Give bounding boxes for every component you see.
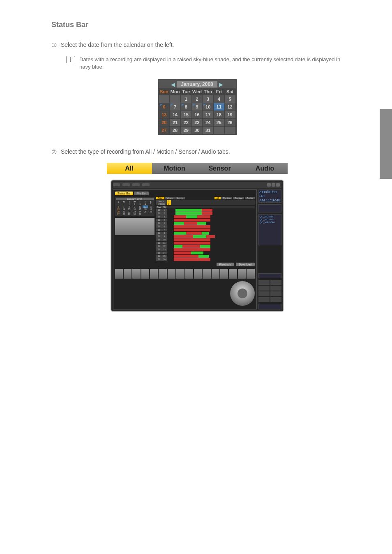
thumb[interactable] [229,269,237,279]
cal-cell[interactable]: 28 [170,127,181,134]
thumb[interactable] [238,269,246,279]
tl-tab-all[interactable]: All [214,197,221,199]
tl-bar[interactable] [167,232,255,235]
tl-tab-video[interactable]: Video [165,197,175,199]
side-btn[interactable] [270,286,281,291]
cal-cell[interactable]: 9 [191,103,203,111]
cal-cell[interactable]: 13 [159,111,170,119]
side-btn[interactable] [258,297,270,302]
tree-item[interactable]: QC_MDVRS- [260,218,280,221]
maximize-icon[interactable] [272,183,275,187]
topbar-btn[interactable] [142,183,150,186]
thumb[interactable] [212,269,219,279]
cal-cell[interactable]: 31 [203,127,214,134]
tl-bar[interactable] [167,252,255,254]
tl-bar[interactable] [167,258,255,261]
playback-button[interactable]: Playback [217,263,234,266]
timeline-row[interactable]: 119 [156,235,255,238]
tab-motion[interactable]: Motion [152,163,197,174]
tree-item[interactable]: QC_MDVRS- [260,215,280,218]
thumb[interactable] [185,269,193,279]
side-btn[interactable] [258,291,270,296]
cal-cell[interactable]: 25 [214,119,225,127]
cal-cell[interactable]: 21 [170,119,181,127]
tl-tab-motion[interactable]: Motion [221,197,232,199]
timeline-row[interactable]: 1111 [156,242,255,245]
thumb[interactable] [115,269,123,279]
cal-cell[interactable]: 5 [224,95,235,103]
timeline-row[interactable]: 114 [156,219,255,222]
close-icon[interactable] [276,183,280,187]
side-btn[interactable] [258,280,270,285]
jog-wheel[interactable] [230,281,255,306]
cal-cell[interactable]: 19 [224,111,235,119]
timeline-row[interactable]: 1113 [156,248,255,251]
cal-cell[interactable]: 4 [214,95,225,103]
side-btn[interactable] [270,280,281,285]
thumb[interactable] [168,269,175,279]
cal-cell[interactable]: 10 [203,103,214,111]
cal-cell[interactable]: 3 [203,95,214,103]
side-dropdown[interactable] [258,304,281,309]
topbar-btn[interactable] [132,183,140,186]
tl-bar[interactable] [167,248,255,251]
cal-cell[interactable]: 22 [180,119,191,127]
cal-cell[interactable]: 7 [170,103,181,111]
tl-tab-av[interactable]: A&V [156,197,164,199]
device-tree[interactable]: QC_MDVRS- QC_MDVRS- QC_MR-9040 [258,214,281,245]
tl-bar[interactable] [167,245,255,248]
cal-cell[interactable]: 29 [180,127,191,134]
tl-bar[interactable] [167,255,255,258]
timeline-row[interactable]: 112 [156,212,255,215]
topbar-btn[interactable] [122,183,130,186]
download-button[interactable]: Download [236,263,254,266]
timeline-row[interactable]: 1116 [156,258,255,261]
tab-all[interactable]: All [107,163,152,174]
thumb[interactable] [124,269,131,279]
thumb[interactable] [141,269,149,279]
timeline-row[interactable]: 116 [156,225,255,228]
topbar-btn[interactable] [113,183,120,186]
timeline-row[interactable]: 1110 [156,238,255,241]
tab-audio[interactable]: Audio [242,163,288,174]
cal-cell[interactable]: 20 [159,119,170,127]
timeline-row[interactable]: 111 [156,209,255,212]
timeline-row[interactable]: 1115 [156,255,255,258]
cal-cell[interactable]: 23 [191,119,203,127]
cal-cell[interactable]: 6 [159,103,170,111]
thumb[interactable] [176,269,184,279]
cal-cell[interactable]: 16 [191,111,203,119]
side-btn[interactable] [258,286,270,291]
cal-cell[interactable]: 24 [203,119,214,127]
cal-cell[interactable]: 2 [191,95,203,103]
timeline-row[interactable]: 113 [156,215,255,218]
tl-tab-sensor[interactable]: Sensor [233,197,244,199]
tab-sensor[interactable]: Sensor [197,163,242,174]
minimize-icon[interactable] [267,183,271,187]
cal-cell[interactable]: 12 [224,103,235,111]
tree-item[interactable]: QC_MR-9040 [260,221,280,224]
thumb[interactable] [159,269,166,279]
timeline-row[interactable]: 117 [156,229,255,231]
timeline-row[interactable]: 1114 [156,252,255,254]
timeline-row[interactable]: 115 [156,222,255,225]
cal-cell[interactable]: 30 [191,127,203,134]
tl-tab-audio2[interactable]: Audio [245,197,254,199]
cal-cell[interactable]: 17 [203,111,214,119]
side-btn[interactable] [270,297,281,302]
volume-slider[interactable] [258,273,281,278]
tl-bar[interactable] [167,212,255,215]
timeline-row[interactable]: 1112 [156,245,255,248]
calendar-prev-icon[interactable]: ◀ [169,81,177,88]
timeline-row[interactable]: 118 [156,232,255,235]
thumb[interactable] [194,269,202,279]
side-btn[interactable] [270,291,281,296]
cal-cell-selected[interactable]: 11 [214,103,225,111]
tl-bar[interactable] [167,209,255,212]
mini-calendar[interactable]: January, 2008 SMTWTFS 12345 6789101112 1… [115,197,154,216]
tl-bar[interactable] [167,215,255,218]
main-tab-filelist[interactable]: File List [134,192,149,195]
cal-cell[interactable]: 26 [224,119,235,127]
calendar-next-icon[interactable]: ▶ [217,81,225,88]
thumb[interactable] [132,269,140,279]
